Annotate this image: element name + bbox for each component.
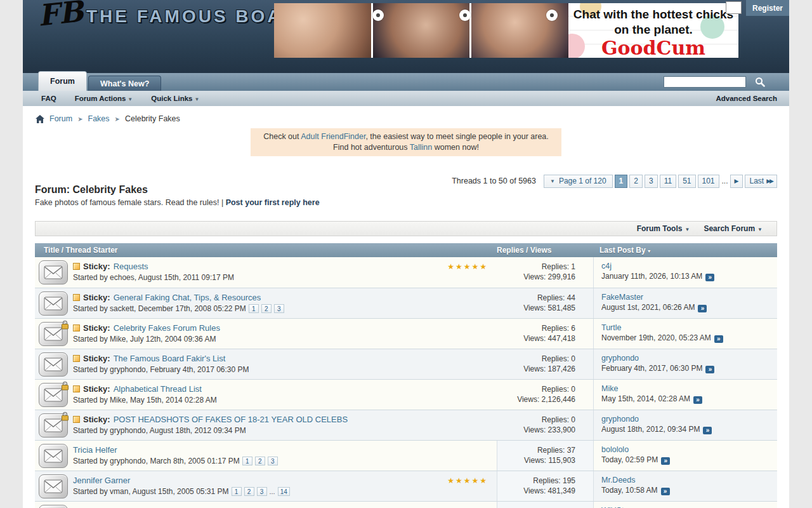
register-button[interactable]: Register bbox=[746, 0, 789, 16]
column-replies-views[interactable]: Replies / Views bbox=[497, 246, 593, 255]
thread-page-button-3[interactable]: 3 bbox=[257, 487, 267, 496]
thread-page-button-14[interactable]: 14 bbox=[278, 487, 290, 496]
thread-page-button-2[interactable]: 2 bbox=[261, 304, 272, 313]
replies-views-cell: Replies: 1Views: 299,916 bbox=[497, 257, 593, 288]
go-to-last-post-icon[interactable]: » bbox=[693, 396, 702, 404]
page-button-11[interactable]: 11 bbox=[660, 175, 676, 188]
ad-photo-panel bbox=[274, 3, 371, 58]
first-reply-link[interactable]: Post your first reply here bbox=[226, 198, 320, 207]
table-header: Title / Thread Starter Replies / Views L… bbox=[35, 243, 777, 257]
thread-page-button-1[interactable]: 1 bbox=[232, 487, 242, 496]
breadcrumb-forum[interactable]: Forum bbox=[49, 114, 72, 123]
replies-views-cell: Replies: 0Views: 2,126,446 bbox=[497, 380, 593, 410]
search-input[interactable] bbox=[664, 76, 746, 88]
go-to-last-post-icon[interactable]: » bbox=[661, 488, 670, 495]
thread-started-by: Started by sackett, December 17th, 2008 … bbox=[73, 304, 246, 313]
thread-icon-cell bbox=[35, 380, 73, 410]
thread-starter-line: Started by gryphondo, February 4th, 2017… bbox=[73, 365, 497, 374]
subnav-forum-actions[interactable]: Forum Actions▼ bbox=[75, 95, 133, 102]
page-button-3[interactable]: 3 bbox=[645, 175, 658, 188]
ad-notice: Check out Adult FriendFinder, the easies… bbox=[251, 128, 561, 156]
notice-text: Check out bbox=[263, 132, 301, 141]
tab-whats-new[interactable]: What's New? bbox=[88, 76, 161, 91]
notice-link-tallinn[interactable]: Tallinn bbox=[410, 143, 432, 152]
go-to-last-post-icon[interactable]: » bbox=[703, 427, 712, 434]
thread-title-link[interactable]: Alphabetical Thread List bbox=[114, 384, 202, 394]
lock-icon bbox=[61, 320, 69, 330]
thread-page-button-2[interactable]: 2 bbox=[244, 487, 254, 496]
envelope-icon bbox=[39, 322, 68, 346]
last-post-user[interactable]: Turtle bbox=[601, 323, 622, 333]
last-post-user[interactable]: WikiStars bbox=[601, 505, 635, 508]
advanced-search-link[interactable]: Advanced Search bbox=[716, 95, 777, 102]
lock-icon bbox=[61, 381, 69, 391]
last-post-date: August 18th, 2012, 09:34 PM» bbox=[601, 424, 777, 434]
envelope-icon bbox=[39, 413, 68, 438]
sticky-note-icon bbox=[73, 263, 80, 270]
notice-link-friendfinder[interactable]: Adult FriendFinder bbox=[301, 132, 365, 141]
site-logo[interactable]: FB bbox=[36, 0, 85, 33]
breadcrumb-arrow-icon: ➤ bbox=[77, 116, 82, 123]
breadcrumb-fakes[interactable]: Fakes bbox=[88, 114, 110, 123]
thread-icon-cell bbox=[35, 257, 73, 288]
last-post-user[interactable]: FakeMaster bbox=[601, 292, 643, 302]
last-post-user[interactable]: Mr.Deeds bbox=[601, 475, 636, 485]
subnav-quick-links[interactable]: Quick Links▼ bbox=[151, 95, 199, 102]
last-page-button[interactable]: Last▶▶ bbox=[745, 175, 777, 188]
last-post-user[interactable]: gryphondo bbox=[601, 353, 639, 363]
thread-page-button-1[interactable]: 1 bbox=[249, 304, 259, 313]
camera-badge-icon bbox=[459, 10, 471, 21]
thread-table: Title / Thread Starter Replies / Views L… bbox=[35, 243, 777, 508]
envelope-icon bbox=[39, 291, 68, 316]
tab-forum[interactable]: Forum bbox=[38, 71, 87, 91]
go-to-last-post-icon[interactable]: » bbox=[698, 305, 707, 312]
page-button-101[interactable]: 101 bbox=[698, 175, 719, 188]
page-button-51[interactable]: 51 bbox=[678, 175, 695, 188]
forum-tools-menu[interactable]: Forum Tools▼ bbox=[637, 224, 690, 233]
page-selector-dropdown[interactable]: ▼Page 1 of 120 bbox=[544, 175, 613, 188]
forum-description: Fake photos of famous female stars. Read… bbox=[35, 198, 320, 207]
thread-title-link[interactable]: Jennifer Garner bbox=[73, 476, 130, 485]
envelope-icon bbox=[39, 352, 68, 377]
thread-title-link[interactable]: The Famous Board Fakir's List bbox=[114, 354, 226, 363]
go-to-last-post-icon[interactable]: » bbox=[705, 274, 714, 281]
search-forum-menu[interactable]: Search Forum▼ bbox=[704, 224, 763, 233]
thread-page-button-3[interactable]: 3 bbox=[268, 457, 278, 465]
last-post-cell: MikeMay 15th, 2014, 02:28 AM» bbox=[593, 380, 777, 410]
ad-banner[interactable]: Chat with the hottest chicks on the plan… bbox=[274, 3, 738, 58]
page-button-1[interactable]: 1 bbox=[615, 175, 628, 188]
thread-title-link[interactable]: General Faking Chat, Tips, & Resources bbox=[114, 293, 261, 302]
thread-page-button-2[interactable]: 2 bbox=[255, 457, 265, 465]
envelope-icon bbox=[39, 505, 68, 508]
thread-page-button-1[interactable]: 1 bbox=[242, 457, 252, 465]
thread-title-link[interactable]: Requests bbox=[114, 262, 148, 271]
thread-title-link[interactable]: Celebrity Fakes Forum Rules bbox=[114, 323, 220, 333]
thread-starter-line: Started by sackett, December 17th, 2008 … bbox=[73, 304, 497, 313]
ad-headline-line1: Chat with the hottest chicks bbox=[568, 7, 738, 22]
thread-started-by: Started by gryphondo, February 4th, 2017… bbox=[73, 365, 249, 374]
search-icon[interactable] bbox=[755, 77, 765, 87]
last-post-user[interactable]: c4j bbox=[601, 261, 612, 271]
last-post-user[interactable]: gryphondo bbox=[601, 414, 639, 424]
thread-title-link[interactable]: POST HEADSHOTS OF FAKES OF 18-21 YEAR OL… bbox=[114, 415, 348, 424]
next-page-button[interactable]: ▶ bbox=[730, 175, 743, 188]
thread-page-button-3[interactable]: 3 bbox=[274, 304, 284, 313]
last-post-user[interactable]: bolololo bbox=[601, 444, 629, 455]
last-post-date: August 1st, 2021, 06:26 AM» bbox=[601, 302, 777, 312]
table-row: Sticky:RequestsStarted by echoes, August… bbox=[35, 257, 777, 288]
subnav-faq[interactable]: FAQ bbox=[41, 95, 56, 102]
go-to-last-post-icon[interactable]: » bbox=[705, 366, 714, 373]
chevron-down-icon: ▼ bbox=[128, 97, 133, 102]
go-to-last-post-icon[interactable]: » bbox=[661, 457, 670, 465]
thread-title-link[interactable]: Sandra Bullock bbox=[73, 506, 128, 508]
login-field-fragment[interactable] bbox=[726, 1, 742, 14]
page-button-2[interactable]: 2 bbox=[629, 175, 643, 188]
home-icon[interactable] bbox=[36, 115, 44, 123]
camera-badge-icon bbox=[546, 10, 558, 21]
column-title-thread-starter[interactable]: Title / Thread Starter bbox=[35, 246, 497, 255]
thread-title-link[interactable]: Tricia Helfer bbox=[73, 445, 117, 455]
column-last-post-by[interactable]: Last Post By▼ bbox=[593, 246, 777, 255]
replies-count: Replies: 1 bbox=[497, 262, 575, 272]
last-post-user[interactable]: Mike bbox=[601, 384, 618, 394]
go-to-last-post-icon[interactable]: » bbox=[714, 335, 723, 343]
